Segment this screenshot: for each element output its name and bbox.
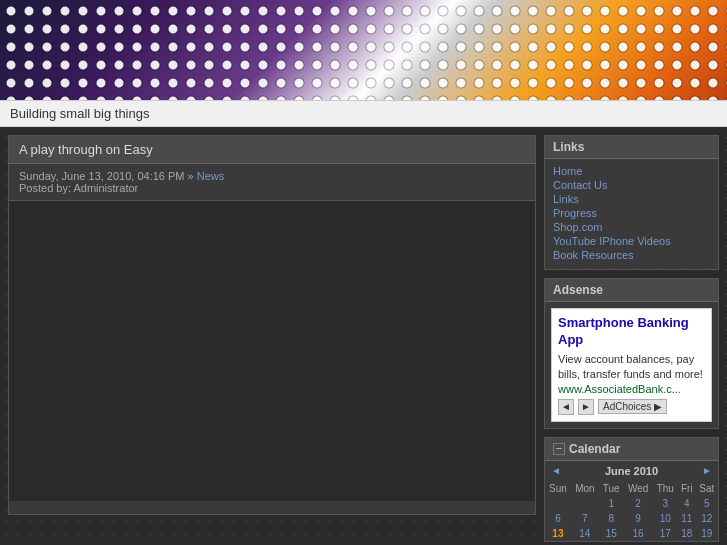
ad-choices-button[interactable]: AdChoices ▶: [598, 399, 667, 414]
calendar-next-button[interactable]: ►: [702, 465, 712, 476]
calendar-day[interactable]: 14: [571, 526, 599, 541]
post-body: [9, 201, 535, 501]
calendar-day[interactable]: 17: [653, 526, 678, 541]
cal-header-sun: Sun: [545, 481, 571, 496]
link-youtube[interactable]: YouTube IPhone Videos: [553, 235, 710, 247]
calendar-day[interactable]: 10: [653, 511, 678, 526]
post-meta: Sunday, June 13, 2010, 04:16 PM » News P…: [9, 164, 535, 201]
site-title: Building small big things: [0, 100, 727, 127]
cal-header-tue: Tue: [599, 481, 624, 496]
calendar-day[interactable]: 18: [678, 526, 696, 541]
cal-header-fri: Fri: [678, 481, 696, 496]
calendar-table: Sun Mon Tue Wed Thu Fri Sat 123456789101…: [545, 481, 718, 541]
post-date: Sunday, June 13, 2010, 04:16 PM: [19, 170, 185, 182]
link-progress[interactable]: Progress: [553, 207, 710, 219]
adsense-box: Adsense Smartphone Banking App View acco…: [544, 278, 719, 429]
header-banner: [0, 0, 727, 100]
ad-title: Smartphone Banking App: [558, 315, 705, 349]
post-title: A play through on Easy: [9, 136, 535, 164]
calendar-empty: [571, 496, 599, 511]
link-books[interactable]: Book Resources: [553, 249, 710, 261]
cal-header-thu: Thu: [653, 481, 678, 496]
adsense-content: Smartphone Banking App View account bala…: [545, 302, 718, 428]
post-category-link[interactable]: News: [197, 170, 225, 182]
calendar-day[interactable]: 5: [696, 496, 718, 511]
calendar-title: Calendar: [569, 442, 620, 456]
calendar-empty: [545, 496, 571, 511]
calendar-day[interactable]: 12: [696, 511, 718, 526]
adsense-title: Adsense: [545, 279, 718, 302]
link-contact[interactable]: Contact Us: [553, 179, 710, 191]
calendar-day[interactable]: 4: [678, 496, 696, 511]
calendar-collapse-button[interactable]: −: [553, 443, 565, 455]
calendar-day[interactable]: 8: [599, 511, 624, 526]
calendar-title-bar: − Calendar: [545, 438, 718, 461]
calendar-today: 13: [545, 526, 571, 541]
calendar-day[interactable]: 19: [696, 526, 718, 541]
link-home[interactable]: Home: [553, 165, 710, 177]
calendar-day[interactable]: 15: [599, 526, 624, 541]
sidebar: Links Home Contact Us Links Progress Sho…: [544, 135, 719, 545]
post-author: Administrator: [73, 182, 138, 194]
calendar-day[interactable]: 9: [624, 511, 653, 526]
cal-header-wed: Wed: [624, 481, 653, 496]
links-box: Links Home Contact Us Links Progress Sho…: [544, 135, 719, 270]
links-title: Links: [545, 136, 718, 159]
calendar-day[interactable]: 16: [624, 526, 653, 541]
ad-url: www.AssociatedBank.c...: [558, 383, 705, 395]
calendar-box: − Calendar ◄ June 2010 ► Sun Mon Tue Wed: [544, 437, 719, 542]
calendar-day[interactable]: 2: [624, 496, 653, 511]
ad-description: View account balances, pay bills, transf…: [558, 352, 705, 383]
main-content: A play through on Easy Sunday, June 13, …: [8, 135, 536, 515]
ad-next-button[interactable]: ►: [578, 399, 594, 415]
calendar-month: June 2010: [605, 465, 658, 477]
calendar-day[interactable]: 6: [545, 511, 571, 526]
calendar-day[interactable]: 11: [678, 511, 696, 526]
ad-unit[interactable]: Smartphone Banking App View account bala…: [551, 308, 712, 422]
ad-nav: ◄ ► AdChoices ▶: [558, 399, 705, 415]
calendar-header: ◄ June 2010 ►: [545, 461, 718, 481]
calendar-day[interactable]: 7: [571, 511, 599, 526]
link-links[interactable]: Links: [553, 193, 710, 205]
post-author-label: Posted by:: [19, 182, 73, 194]
calendar-day[interactable]: 1: [599, 496, 624, 511]
calendar-prev-button[interactable]: ◄: [551, 465, 561, 476]
ad-prev-button[interactable]: ◄: [558, 399, 574, 415]
cal-header-mon: Mon: [571, 481, 599, 496]
calendar-day[interactable]: 3: [653, 496, 678, 511]
links-list: Home Contact Us Links Progress Shop.com …: [545, 159, 718, 269]
cal-header-sat: Sat: [696, 481, 718, 496]
link-shop[interactable]: Shop.com: [553, 221, 710, 233]
